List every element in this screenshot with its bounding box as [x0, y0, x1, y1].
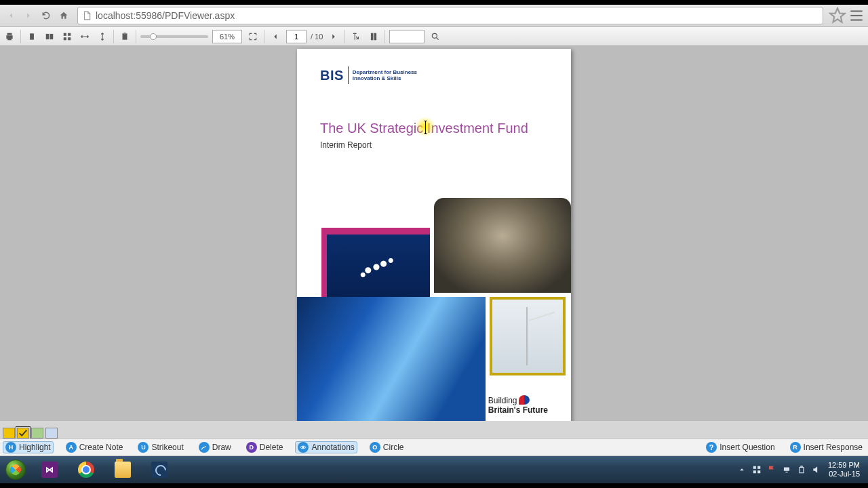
cover-image-3: [297, 297, 486, 421]
clipboard-icon[interactable]: [118, 30, 132, 43]
pdf-page: BIS Department for Business Innovation &…: [297, 49, 571, 421]
svg-rect-8: [64, 37, 66, 40]
back-button[interactable]: [3, 7, 19, 24]
chrome-icon: [78, 462, 94, 478]
color-swatch-1[interactable]: [17, 428, 29, 439]
svg-rect-11: [123, 33, 126, 34]
swirl-icon: [519, 395, 530, 405]
cover-image-4: [490, 297, 566, 375]
document-title: The UK Strategic Investment Fund: [320, 121, 548, 136]
tray-show-hidden-icon[interactable]: [737, 465, 747, 474]
highlight-color-palette: [3, 428, 58, 439]
create-note-tool[interactable]: A Create Note: [63, 441, 126, 453]
page-icon: [82, 11, 92, 20]
color-swatch-0[interactable]: [3, 428, 15, 439]
insert-question-tool[interactable]: ? Insert Question: [703, 441, 777, 453]
tray-network-icon[interactable]: [782, 465, 791, 474]
svg-rect-6: [64, 33, 66, 35]
document-subtitle: Interim Report: [320, 140, 548, 150]
tray-grid-icon[interactable]: [752, 465, 762, 474]
tray-flag-icon[interactable]: [767, 465, 776, 474]
highlight-tool[interactable]: H Highlight: [3, 441, 54, 453]
color-swatch-3[interactable]: [45, 428, 58, 439]
fullscreen-icon[interactable]: [246, 30, 260, 43]
taskbar-chrome[interactable]: [68, 458, 104, 482]
next-page-icon[interactable]: [327, 30, 340, 43]
footer-logo: Building Britain's Future: [488, 395, 548, 415]
cover-image-2: [434, 198, 571, 293]
address-bar[interactable]: [77, 7, 823, 24]
draw-tool[interactable]: Draw: [196, 441, 234, 453]
svg-rect-7: [68, 33, 71, 35]
svg-rect-16: [753, 466, 756, 469]
zoom-value[interactable]: 61%: [212, 30, 242, 43]
text-cursor-icon: [425, 121, 426, 134]
document-viewport[interactable]: BIS Department for Business Innovation &…: [0, 46, 868, 421]
svg-rect-12: [371, 33, 374, 40]
page-number-input[interactable]: [286, 30, 307, 43]
prev-page-icon[interactable]: [269, 30, 282, 43]
color-swatch-2[interactable]: [31, 428, 43, 439]
browser-toolbar: [0, 5, 868, 27]
start-button[interactable]: [0, 456, 31, 483]
svg-point-15: [302, 446, 304, 448]
svg-rect-5: [50, 33, 54, 39]
menu-button[interactable]: [848, 7, 865, 24]
windows-logo-icon: [5, 460, 26, 480]
svg-rect-20: [784, 468, 789, 471]
search-icon[interactable]: [429, 30, 442, 43]
annotations-toggle[interactable]: Annotations: [295, 441, 357, 453]
svg-rect-13: [374, 33, 377, 40]
url-input[interactable]: [96, 10, 818, 21]
pdf-toolbar: 61% / 10: [0, 27, 868, 46]
svg-rect-2: [850, 19, 862, 20]
svg-rect-4: [46, 33, 50, 39]
tray-volume-icon[interactable]: [812, 465, 821, 474]
taskbar-visual-studio[interactable]: ⋈: [32, 458, 67, 482]
svg-rect-17: [757, 466, 760, 469]
svg-rect-18: [753, 470, 756, 473]
print-icon[interactable]: [3, 30, 16, 43]
svg-rect-1: [850, 15, 862, 16]
svg-point-14: [433, 33, 437, 38]
reload-button[interactable]: [38, 7, 54, 24]
taskbar-app[interactable]: [142, 458, 177, 482]
zoom-slider[interactable]: [140, 30, 208, 43]
svg-rect-22: [800, 468, 804, 473]
folder-icon: [115, 462, 131, 478]
magnifier-icon: [151, 462, 167, 478]
image-collage: [297, 198, 571, 421]
two-page-icon[interactable]: [43, 30, 56, 43]
delete-tool[interactable]: D Delete: [243, 441, 286, 453]
strikeout-tool[interactable]: U Strikeout: [135, 441, 186, 453]
bookmarks-icon[interactable]: [367, 30, 380, 43]
tray-battery-icon[interactable]: [797, 465, 806, 474]
annotation-toolbar: H Highlight A Create Note U Strikeout Dr…: [0, 439, 868, 456]
fit-width-icon[interactable]: [78, 30, 92, 43]
single-page-icon[interactable]: [25, 30, 39, 43]
svg-rect-3: [30, 33, 34, 39]
home-button[interactable]: [56, 7, 72, 24]
page-total-label: / 10: [311, 33, 323, 41]
thumbnail-view-icon[interactable]: [60, 30, 74, 43]
forward-button[interactable]: [20, 7, 37, 24]
logo-abbrev: BIS: [320, 68, 344, 83]
question-icon: ?: [706, 442, 717, 453]
svg-rect-23: [801, 466, 802, 468]
fit-height-icon[interactable]: [96, 30, 109, 43]
taskbar-file-explorer[interactable]: [105, 458, 140, 482]
circle-tool[interactable]: O Circle: [367, 441, 407, 453]
insert-response-tool[interactable]: R Insert Response: [787, 441, 865, 453]
cover-image-1: [327, 235, 430, 300]
svg-rect-0: [850, 10, 862, 12]
bookmark-button[interactable]: [829, 7, 846, 24]
taskbar-clock[interactable]: 12:59 PM 02-Jul-15: [828, 461, 863, 478]
search-input[interactable]: [389, 30, 425, 43]
svg-rect-9: [68, 37, 71, 40]
svg-rect-10: [123, 33, 127, 39]
windows-taskbar: ⋈ 12:59 PM 02-Jul-15: [0, 456, 868, 483]
bis-logo: BIS Department for Business Innovation &…: [320, 66, 548, 84]
text-select-icon[interactable]: [349, 30, 363, 43]
system-tray[interactable]: 12:59 PM 02-Jul-15: [732, 461, 868, 478]
svg-rect-21: [785, 472, 788, 472]
